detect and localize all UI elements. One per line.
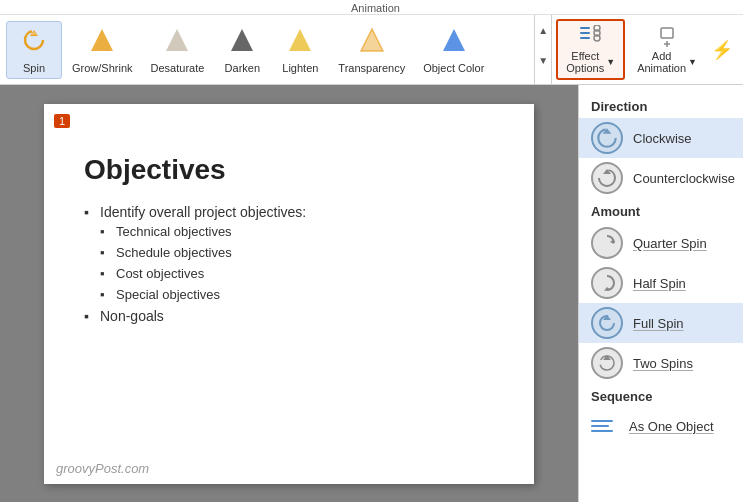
effect-options-icon [579, 25, 603, 50]
list-item-text: Non-goals [100, 308, 164, 324]
slide-title: Objectives [84, 154, 494, 186]
desaturate-icon [163, 26, 191, 60]
half-spin-icon [591, 267, 623, 299]
counterclockwise-item[interactable]: Counterclockwise [579, 158, 743, 198]
clockwise-label: Clockwise [633, 131, 692, 146]
direction-section-label: Direction [579, 93, 743, 118]
darken-label: Darken [225, 62, 260, 74]
lightning-icon: ⚡ [711, 39, 733, 61]
grow-shrink-icon [88, 26, 116, 60]
svg-marker-4 [166, 29, 188, 51]
svg-marker-9 [443, 29, 465, 51]
two-spins-icon [591, 347, 623, 379]
list-subitem: Technical objectives [100, 224, 494, 239]
effect-options-text: Effect Options [566, 50, 604, 74]
content-area: 1 Objectives Identify overall project ob… [0, 85, 743, 502]
lighten-icon [286, 26, 314, 60]
svg-marker-5 [231, 29, 253, 51]
as-one-object-icon [591, 412, 619, 440]
svg-rect-10 [580, 27, 590, 29]
ribbon-item-object-color[interactable]: Object Color [415, 22, 492, 78]
amount-section-label: Amount [579, 198, 743, 223]
ribbon-item-transparency[interactable]: Transparency [330, 22, 413, 78]
two-spins-label: Two Spins [633, 356, 693, 371]
grow-shrink-label: Grow/Shrink [72, 62, 133, 74]
svg-marker-23 [610, 239, 614, 244]
ribbon-item-grow-shrink[interactable]: Grow/Shrink [64, 22, 141, 78]
ribbon: Animation Spin [0, 0, 743, 85]
effect-options-label: Effect Options ▼ [566, 50, 615, 74]
animation-label: Animation [0, 0, 743, 15]
as-one-object-item[interactable]: As One Object [579, 408, 743, 444]
list-subitem: Schedule objectives [100, 245, 494, 260]
effect-options-arrow: ▼ [606, 57, 615, 67]
as-one-object-label: As One Object [629, 419, 714, 434]
list-item: Non-goals [84, 308, 494, 324]
list-item-text: Identify overall project objectives: [100, 204, 306, 220]
svg-rect-16 [661, 28, 673, 38]
two-spins-item[interactable]: Two Spins [579, 343, 743, 383]
spin-label: Spin [23, 62, 45, 74]
darken-icon [228, 26, 256, 60]
counterclockwise-label: Counterclockwise [633, 171, 735, 186]
ribbon-scroll-down[interactable]: ▼ [535, 45, 551, 75]
ribbon-items: Spin Grow/Shrink [0, 15, 534, 84]
transparency-icon [358, 26, 386, 60]
spin-icon [20, 26, 48, 60]
quarter-spin-item[interactable]: Quarter Spin [579, 223, 743, 263]
ribbon-scroll-up[interactable]: ▲ [535, 15, 551, 45]
slide-content: Identify overall project objectives: Tec… [84, 204, 494, 324]
ribbon-item-desaturate[interactable]: Desaturate [143, 22, 213, 78]
svg-rect-12 [580, 37, 590, 39]
effect-options-button[interactable]: Effect Options ▼ [556, 19, 625, 80]
half-spin-item[interactable]: Half Spin [579, 263, 743, 303]
desaturate-label: Desaturate [151, 62, 205, 74]
half-spin-label: Half Spin [633, 276, 686, 291]
svg-marker-6 [289, 29, 311, 51]
list-item: Identify overall project objectives: Tec… [84, 204, 494, 302]
full-spin-label: Full Spin [633, 316, 684, 331]
list-subitem: Special objectives [100, 287, 494, 302]
slide-area: 1 Objectives Identify overall project ob… [0, 85, 578, 502]
slide: 1 Objectives Identify overall project ob… [44, 104, 534, 484]
counterclockwise-icon [591, 162, 623, 194]
full-spin-icon [591, 307, 623, 339]
sequence-section-label: Sequence [579, 383, 743, 408]
object-color-label: Object Color [423, 62, 484, 74]
ribbon-scroll: ▲ ▼ [534, 15, 551, 84]
dropdown-panel: Direction Clockwise [578, 85, 743, 502]
svg-marker-3 [91, 29, 113, 51]
svg-rect-11 [580, 32, 590, 34]
object-color-icon [440, 26, 468, 60]
clockwise-item[interactable]: Clockwise [579, 118, 743, 158]
add-animation-icon [655, 25, 679, 50]
lightning-button[interactable]: ⚡ [705, 35, 739, 65]
ribbon-right-buttons: Effect Options ▼ Add Animation [551, 15, 743, 84]
transparency-label: Transparency [338, 62, 405, 74]
add-animation-arrow: ▼ [688, 57, 697, 67]
add-animation-label: Add Animation ▼ [637, 50, 697, 74]
quarter-spin-icon [591, 227, 623, 259]
full-spin-item[interactable]: Full Spin [579, 303, 743, 343]
quarter-spin-label: Quarter Spin [633, 236, 707, 251]
ribbon-item-lighten[interactable]: Lighten [272, 22, 328, 78]
list-subitem: Cost objectives [100, 266, 494, 281]
add-animation-button[interactable]: Add Animation ▼ [629, 21, 705, 78]
ribbon-row: Spin Grow/Shrink [0, 15, 743, 84]
slide-number: 1 [54, 114, 70, 128]
main-container: Animation Spin [0, 0, 743, 502]
clockwise-icon [591, 122, 623, 154]
lighten-label: Lighten [282, 62, 318, 74]
watermark: groovyPost.com [56, 461, 149, 476]
ribbon-item-darken[interactable]: Darken [214, 22, 270, 78]
svg-marker-7 [361, 29, 383, 51]
ribbon-item-spin[interactable]: Spin [6, 21, 62, 79]
